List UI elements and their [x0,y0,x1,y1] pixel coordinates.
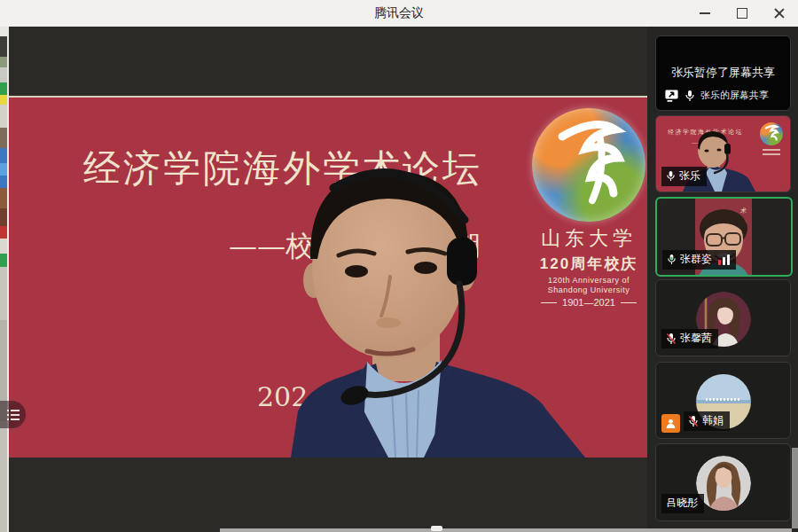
participant-tile-zhangqunzi[interactable]: 术 论 张群姿 [655,197,793,277]
screen-share-notice-panel[interactable]: 张乐暂停了屏幕共享 张乐的屏幕共享 [655,35,791,111]
titlebar: 腾讯会议 [0,0,798,27]
background-window-edge [220,528,792,532]
background-window-blip [431,526,442,531]
participant-tile-zhangxinqian[interactable]: 张馨茜 [655,279,791,356]
participant-name: 吕晓彤 [666,496,698,511]
screen-share-source-row: 张乐的屏幕共享 [664,89,769,102]
main-video-stage[interactable]: 经济学院海外学术论坛 ——校 期 202 山东大学 120周年校庆 120th … [9,27,647,532]
participant-name-tag: 韩娟 [684,411,730,431]
avatar-beach-text [706,398,741,401]
host-badge [661,414,680,433]
participant-name: 张群姿 [680,252,712,267]
mic-muted-icon [688,415,699,427]
mic-level-icon [667,254,677,265]
participant-name-tag: 张群姿 [662,250,736,270]
participant-name-tag: 张馨茜 [661,329,718,348]
mic-on-icon [666,170,676,182]
close-icon [774,8,785,19]
screen-share-icon [664,89,679,102]
minimize-button[interactable] [693,2,716,25]
sidebar-scrollbar[interactable] [792,448,798,528]
participant-name: 韩娟 [702,413,724,428]
participant-tile-zhangle[interactable]: 经济学院海外学术论坛 ——校 张乐 [655,115,791,192]
mic-muted-icon [666,332,677,345]
close-button[interactable] [768,2,791,25]
maximize-button[interactable] [731,2,754,25]
screen-share-paused-message: 张乐暂停了屏幕共享 [656,65,790,81]
mic-on-icon [685,90,695,102]
screen-share-source-label: 张乐的屏幕共享 [700,89,769,102]
participant-name-tag: 张乐 [661,167,707,186]
minimize-icon [700,12,710,14]
shared-slide-background: 经济学院海外学术论坛 ——校 期 202 山东大学 120周年校庆 120th … [9,96,647,458]
window-controls [693,0,793,27]
participant-name: 张乐 [679,168,700,184]
speaker-video-figure [9,98,645,458]
participant-tile-lvxiaotong[interactable]: 吕晓彤 [655,443,791,521]
desktop-edge-strip [0,27,9,532]
audio-level-bars-icon [718,254,730,265]
participant-name: 张馨茜 [680,331,712,346]
list-icon [7,410,20,420]
tencent-meeting-window: 腾讯会议 经济学院海外学术论坛 ——校 期 202 山东大学 [0,0,798,532]
participant-tile-hanjuan[interactable]: 韩娟 [655,362,791,439]
person-icon [665,418,677,429]
maximize-icon [737,8,747,19]
window-title: 腾讯会议 [374,5,424,21]
participant-name-tag: 吕晓彤 [661,494,704,513]
